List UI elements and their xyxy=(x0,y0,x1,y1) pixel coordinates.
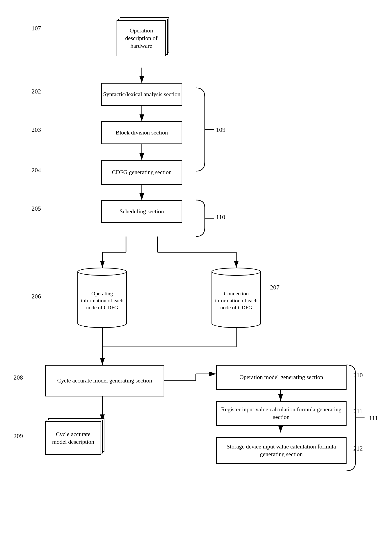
ref-206: 206 xyxy=(32,293,41,300)
node-204-label: CDFG generating section xyxy=(112,168,172,176)
node-205-label: Scheduling section xyxy=(120,208,164,215)
ref-209: 209 xyxy=(14,432,23,440)
ref-204: 204 xyxy=(32,167,41,174)
ref-203: 203 xyxy=(32,126,41,133)
diagram: Operation description of hardware 107 Sy… xyxy=(0,0,392,537)
node-207: Connection information of each node of C… xyxy=(211,268,261,328)
node-208-label: Cycle accurate model generating section xyxy=(57,377,152,385)
node-212: Storage device input value calculation f… xyxy=(216,437,346,464)
node-210-label: Operation model generating section xyxy=(239,373,323,381)
node-205: Scheduling section xyxy=(101,200,182,223)
node-209-label: Cycle accurate model description xyxy=(48,430,98,446)
ref-111: 111 xyxy=(369,414,378,422)
ref-210: 210 xyxy=(353,372,363,379)
node-107-label: Operation description of hardware xyxy=(120,27,163,50)
node-206: Operating information of each node of CD… xyxy=(77,268,127,328)
ref-109: 109 xyxy=(216,126,225,133)
ref-208: 208 xyxy=(14,374,23,381)
ref-205: 205 xyxy=(32,205,41,212)
node-203-label: Block division section xyxy=(116,129,168,137)
node-212-label: Storage device input value calculation f… xyxy=(217,443,346,458)
node-204: CDFG generating section xyxy=(101,160,182,185)
ref-110: 110 xyxy=(216,214,225,221)
ref-202: 202 xyxy=(32,88,41,95)
node-202-label: Syntactic/lexical analysis section xyxy=(103,90,181,98)
node-203: Block division section xyxy=(101,121,182,144)
ref-107: 107 xyxy=(32,25,41,32)
cylinder-206-top xyxy=(77,268,127,276)
ref-207: 207 xyxy=(270,284,280,291)
ref-211: 211 xyxy=(353,408,363,415)
doc-front: Operation description of hardware xyxy=(117,20,166,56)
ref-212: 212 xyxy=(353,445,363,452)
node-206-label: Operating information of each node of CD… xyxy=(80,290,124,311)
doc-209-front: Cycle accurate model description xyxy=(45,421,101,455)
cylinder-206-body: Operating information of each node of CD… xyxy=(77,272,127,328)
node-202: Syntactic/lexical analysis section xyxy=(101,83,182,106)
node-207-label: Connection information of each node of C… xyxy=(215,290,258,311)
node-208: Cycle accurate model generating section xyxy=(45,365,164,396)
node-211: Register input value calculation formula… xyxy=(216,401,346,426)
node-210: Operation model generating section xyxy=(216,365,346,390)
cylinder-207-top xyxy=(211,268,261,276)
cylinder-207-body: Connection information of each node of C… xyxy=(211,272,261,328)
node-211-label: Register input value calculation formula… xyxy=(217,406,346,421)
